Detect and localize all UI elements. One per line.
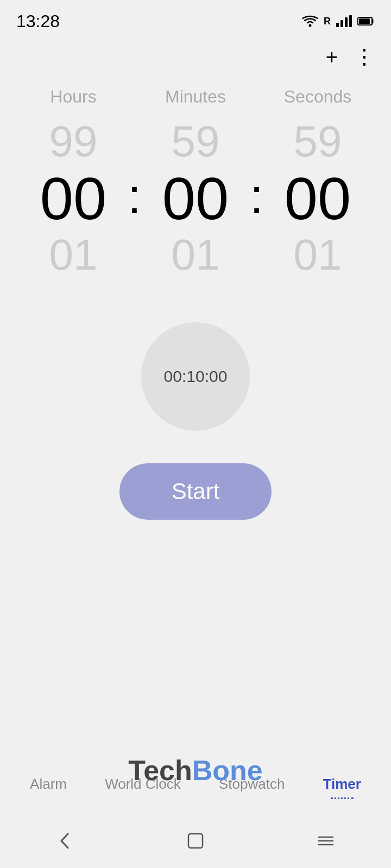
bottom-nav: Alarm World Clock Stopwatch Timer (0, 754, 391, 814)
back-button[interactable] (54, 829, 77, 852)
seconds-column[interactable]: Seconds 59 00 01 (263, 87, 372, 279)
hours-current[interactable]: 00 (40, 165, 106, 231)
recents-icon (314, 829, 337, 852)
more-button[interactable]: ⋮ (354, 47, 375, 67)
svg-point-0 (309, 24, 312, 27)
hours-next: 01 (49, 231, 97, 279)
nav-stopwatch[interactable]: Stopwatch (219, 776, 285, 793)
timer-picker: Hours 99 00 01 : Minutes 59 00 01 : Seco… (0, 76, 391, 290)
svg-rect-3 (188, 834, 203, 848)
minutes-column[interactable]: Minutes 59 00 01 (141, 87, 250, 279)
home-button[interactable] (184, 829, 207, 852)
svg-rect-2 (359, 18, 370, 24)
start-button[interactable]: Start (119, 463, 272, 520)
seconds-current[interactable]: 00 (285, 165, 351, 231)
hours-label: Hours (50, 87, 96, 107)
seconds-label: Seconds (284, 87, 352, 107)
signal-bars-icon (336, 15, 352, 27)
minutes-current[interactable]: 00 (162, 165, 229, 231)
back-icon (54, 829, 77, 852)
status-icons: R (302, 15, 375, 27)
network-r-icon: R (324, 16, 331, 27)
separator-1: : (128, 169, 141, 241)
seconds-next: 01 (294, 231, 342, 279)
action-bar: + ⋮ (0, 38, 391, 76)
battery-icon (357, 16, 375, 26)
seconds-prev: 59 (294, 118, 342, 165)
nav-alarm[interactable]: Alarm (30, 776, 67, 793)
add-button[interactable]: + (326, 47, 338, 67)
separator-2: : (250, 169, 263, 241)
recents-button[interactable] (314, 829, 337, 852)
nav-world-clock[interactable]: World Clock (105, 776, 181, 793)
minutes-prev: 59 (172, 118, 220, 165)
minutes-label: Minutes (165, 87, 226, 107)
home-icon (184, 829, 207, 852)
status-time: 13:28 (16, 11, 60, 31)
hours-prev: 99 (49, 118, 97, 165)
hours-column[interactable]: Hours 99 00 01 (19, 87, 128, 279)
minutes-next: 01 (172, 231, 220, 279)
wifi-icon (302, 15, 318, 27)
preset-button[interactable]: 00:10:00 (141, 322, 250, 431)
system-nav (0, 814, 391, 868)
status-bar: 13:28 R (0, 0, 391, 38)
nav-timer[interactable]: Timer (323, 776, 361, 793)
preset-area: 00:10:00 (0, 322, 391, 431)
start-area: Start (0, 463, 391, 520)
